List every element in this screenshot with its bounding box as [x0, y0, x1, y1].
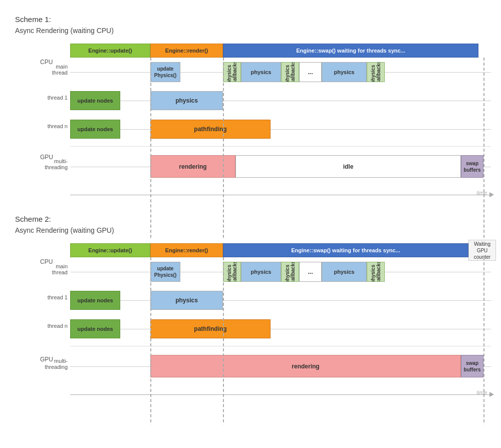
physics-bar-2-t1: physics [150, 291, 223, 310]
thread-1-label-2: thread 1 [40, 294, 68, 300]
scheme-2-title: Scheme 2: [15, 215, 486, 223]
physics-callbacks-bar-2b: physicscallbacks [281, 262, 299, 282]
dashed-line-2a [150, 257, 151, 424]
swap-buffers-bar-2: swapbuffers [461, 355, 483, 377]
physics-callbacks-bar-2c: physicscallbacks [367, 262, 385, 282]
scheme-1-subtitle: Async Rendering (waiting CPU) [15, 27, 486, 35]
update-nodes-bar-1-tn: update nodes [70, 120, 120, 139]
multi-threading-label-2: multi-threading [33, 358, 68, 370]
scheme-2-subtitle: Async Rendering (waiting GPU) [15, 226, 486, 234]
pathfinding-bar-2: pathfinding [150, 319, 271, 338]
dashed-line-2b [223, 257, 224, 424]
scheme-1-title: Scheme 1: [15, 15, 486, 24]
scheme-2: Scheme 2: Async Rendering (waiting GPU) … [15, 215, 486, 399]
thread-1-label-1: thread 1 [40, 95, 68, 101]
update-nodes-bar-2-tn: update nodes [70, 319, 120, 338]
physics-bar-1b: physics [322, 62, 367, 82]
physics-bar-1a: physics [241, 62, 281, 82]
swap-buffers-bar-1: swapbuffers [461, 155, 483, 178]
physics-callbacks-bar-2a: physicscallbacks [223, 262, 241, 282]
physics-callbacks-bar-1a: physicscallbacks [223, 62, 241, 82]
engine-render-bar-1: Engine::render() [150, 44, 223, 58]
time-label-1: time [476, 190, 487, 196]
dashed-line-1b [223, 58, 224, 238]
time-label-2: time [476, 389, 487, 395]
physics-bar-1-t1: physics [150, 91, 223, 110]
rendering-bar-2: rendering [150, 355, 461, 377]
engine-update-bar-2: Engine::update() [70, 243, 150, 257]
physics-callbacks-bar-1c: physicscallbacks [367, 62, 385, 82]
dashed-line-1a [150, 58, 151, 238]
thread-n-label-2: thread n [40, 323, 68, 329]
dashed-line-2c [483, 257, 484, 424]
idle-bar-1: idle [235, 155, 461, 178]
main-thread-label-1: mainthread [40, 64, 68, 76]
multi-threading-label-1: multi-threading [33, 158, 68, 170]
update-physics-bar-2: update Physics() [150, 262, 180, 282]
main-thread-label-2: mainthread [40, 263, 68, 275]
engine-update-bar-1: Engine::update() [70, 44, 150, 58]
engine-render-bar-2: Engine::render() [150, 243, 223, 257]
physics-bar-2a: physics [241, 262, 281, 282]
engine-swap-bar-1: Engine::swap() waiting for threads sync.… [223, 44, 478, 58]
pathfinding-bar-1: pathfinding [150, 120, 271, 139]
thread-n-label-1: thread n [40, 123, 68, 129]
dots-bar-2: ... [299, 262, 322, 282]
physics-bar-2b: physics [322, 262, 367, 282]
scheme-1: Scheme 1: Async Rendering (waiting CPU) … [15, 15, 486, 200]
dashed-line-1c [483, 58, 484, 238]
update-nodes-bar-1-t1: update nodes [70, 91, 120, 110]
engine-swap-bar-2: Engine::swap() waiting for threads sync.… [223, 243, 468, 257]
physics-callbacks-bar-1b: physicscallbacks [281, 62, 299, 82]
update-nodes-bar-2-t1: update nodes [70, 291, 120, 310]
update-physics-bar-1: update Physics() [150, 62, 180, 82]
waiting-gpu-bar-2: Waiting GPU counter [468, 240, 496, 261]
dots-bar-1: ... [299, 62, 322, 82]
